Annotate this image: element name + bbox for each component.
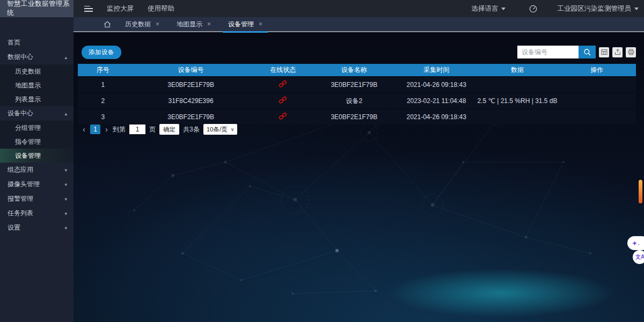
search-icon [583, 48, 591, 56]
device-table: 序号 设备编号 在线状态 设备名称 采集时间 数据 操作 1 3E0BF2E1F… [78, 64, 636, 125]
app-title: 智慧工业数据管理系统 [0, 0, 74, 17]
export-icon [614, 49, 621, 55]
translate-button[interactable]: 文A [633, 250, 644, 264]
nav-monitor-screen[interactable]: 监控大屏 [107, 4, 134, 13]
device-table-header: 序号 设备编号 在线状态 设备名称 采集时间 数据 操作 [78, 64, 636, 76]
chevron-down-icon [501, 8, 506, 10]
sidebar-item-history-data[interactable]: 历史数据 [0, 64, 74, 78]
username: 工业园区污染监测管理员 [558, 4, 632, 13]
sidebar-item-task-list[interactable]: 任务列表 ▾ [0, 206, 74, 221]
chevron-up-icon: ▴ [64, 55, 67, 60]
header-device-name[interactable]: 设备名称 [312, 65, 396, 75]
home-tab-icon[interactable] [104, 21, 111, 28]
main-area: 历史数据 × 地图显示 × 设备管理 × [74, 17, 644, 322]
tab-history-data[interactable]: 历史数据 × [122, 17, 163, 32]
header-online-status[interactable]: 在线状态 [254, 65, 312, 75]
chevron-down-icon: ▾ [64, 182, 67, 187]
chevron-down-icon: ▾ [64, 196, 67, 202]
scrollbar-thumb[interactable] [639, 180, 642, 203]
tab-device-management[interactable]: 设备管理 × [225, 17, 266, 32]
next-page-button[interactable]: › [104, 125, 109, 134]
sidebar-item-home[interactable]: 首页 [0, 35, 74, 50]
header-device-no[interactable]: 设备编号 [128, 65, 254, 75]
chevron-down-icon: ▾ [64, 167, 67, 173]
offline-link-icon [279, 80, 287, 88]
goto-confirm-button[interactable]: 确定 [159, 124, 179, 135]
table-row[interactable]: 2 31F8C429E396 设备2 2023-02-21 11:04:48 [78, 93, 636, 108]
sidebar-item-camera-management[interactable]: 摄像头管理 ▾ [0, 177, 74, 192]
sidebar-item-device-center[interactable]: 设备中心 ▴ [0, 106, 74, 121]
header-data[interactable]: 数据 [477, 65, 558, 75]
sidebar-item-settings[interactable]: 设置 ▾ [0, 221, 74, 235]
total-count-label: 共3条 [183, 125, 200, 134]
header-action[interactable]: 操作 [558, 65, 636, 75]
header-seq[interactable]: 序号 [78, 65, 128, 75]
table-row[interactable]: 3 3E0BF2E1F79B 3E0BF2E1F79B 2021-04-26 0… [78, 109, 636, 125]
table-toolbar: 添加设备 [82, 45, 636, 59]
chevron-down-icon [634, 8, 639, 10]
app-window: 智慧工业数据管理系统 监控大屏 使用帮助 选择语言 工业园区污染监测管理员 [0, 0, 644, 322]
device-search-input[interactable] [517, 46, 579, 58]
sidebar-item-group-management[interactable]: 分组管理 [0, 121, 74, 135]
content-panel: 添加设备 [74, 33, 644, 322]
gauge-icon[interactable] [529, 5, 537, 13]
close-icon[interactable]: × [207, 20, 211, 28]
search-button[interactable] [579, 46, 596, 58]
device-center-submenu: 分组管理 指令管理 设备管理 [0, 121, 74, 163]
menu-toggle-icon[interactable] [84, 6, 93, 12]
prev-page-button[interactable]: ‹ [82, 125, 86, 134]
data-center-submenu: 历史数据 地图显示 列表显示 [0, 64, 74, 106]
sidebar: 首页 数据中心 ▴ 历史数据 地图显示 列表显示 设备中心 ▴ 分组管理 指令管… [0, 17, 74, 322]
chevron-down-icon: ▾ [64, 225, 67, 231]
print-button[interactable] [626, 47, 636, 57]
sidebar-item-command-management[interactable]: 指令管理 [0, 135, 74, 149]
table-row[interactable]: 1 3E0BF2E1F79B 3E0BF2E1F79B 2021-04-26 0… [78, 77, 636, 92]
ai-assistant-button[interactable]: ✦˖ [627, 236, 644, 250]
close-icon[interactable]: × [156, 20, 159, 28]
current-page-button[interactable]: 1 [90, 125, 100, 134]
language-label: 选择语言 [472, 4, 499, 13]
topbar-nav: 监控大屏 使用帮助 选择语言 工业园区污染监测管理员 [74, 0, 644, 17]
user-menu[interactable]: 工业园区污染监测管理员 [558, 4, 639, 13]
select-caret-icon: ∨ [231, 127, 235, 132]
add-device-button[interactable]: 添加设备 [82, 46, 121, 59]
topbar: 智慧工业数据管理系统 监控大屏 使用帮助 选择语言 工业园区污染监测管理员 [0, 0, 644, 17]
page-unit-label: 页 [149, 125, 156, 134]
sidebar-item-alarm-management[interactable]: 报警管理 ▾ [0, 192, 74, 206]
sidebar-item-device-management[interactable]: 设备管理 [0, 149, 74, 163]
chevron-up-icon: ▴ [64, 111, 67, 116]
language-selector[interactable]: 选择语言 [472, 4, 506, 13]
nav-help[interactable]: 使用帮助 [148, 4, 174, 13]
tab-map-display[interactable]: 地图显示 × [173, 17, 214, 32]
page-size-select[interactable]: 10条/页 ∨ [203, 124, 238, 135]
grid-columns-button[interactable] [599, 47, 609, 57]
goto-page-input[interactable] [129, 125, 145, 134]
offline-link-icon [279, 112, 287, 120]
sidebar-item-map-display[interactable]: 地图显示 [0, 78, 74, 92]
sidebar-item-data-center[interactable]: 数据中心 ▴ [0, 50, 74, 64]
offline-link-icon [279, 96, 287, 104]
goto-label: 到第 [113, 125, 126, 134]
translate-icon: 文A [635, 253, 644, 261]
header-collect-time[interactable]: 采集时间 [396, 65, 477, 75]
close-icon[interactable]: × [259, 20, 262, 28]
chevron-down-icon: ▾ [64, 211, 67, 216]
sidebar-item-list-display[interactable]: 列表显示 [0, 92, 74, 106]
sparkle-icon: ✦˖ [632, 239, 640, 247]
tab-bar: 历史数据 × 地图显示 × 设备管理 × [74, 17, 644, 32]
pagination: ‹ 1 › 到第 页 确定 共3条 10条/页 ∨ [82, 124, 237, 135]
export-button[interactable] [612, 47, 623, 57]
sidebar-item-configuration-app[interactable]: 组态应用 ▾ [0, 163, 74, 177]
grid-icon [601, 49, 608, 55]
print-icon [628, 49, 634, 55]
